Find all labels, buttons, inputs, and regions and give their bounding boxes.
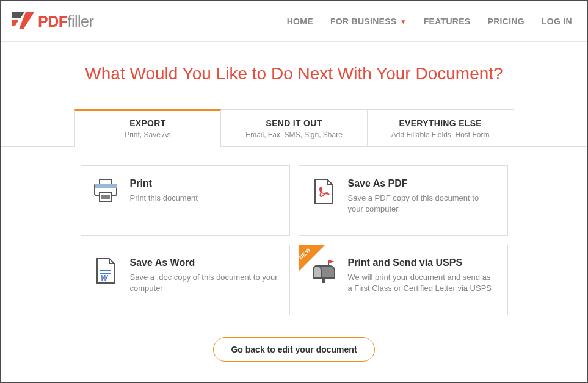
- card-title: Print and Send via USPS: [348, 257, 496, 268]
- svg-rect-5: [95, 184, 117, 188]
- svg-marker-14: [328, 260, 335, 263]
- card-title: Print: [130, 178, 278, 189]
- card-title: Save As PDF: [348, 178, 496, 189]
- nav-business[interactable]: FOR BUSINESS ▼: [330, 16, 407, 26]
- tab-everything[interactable]: EVERYTHING ELSE Add Fillable Fields, Hos…: [368, 109, 514, 147]
- back-button[interactable]: Go back to edit your document: [213, 337, 374, 362]
- svg-marker-2: [12, 20, 19, 26]
- logo-pdf: PDF: [38, 13, 68, 30]
- card-print[interactable]: Print Print this document: [81, 165, 290, 236]
- main-content: What Would You Like to Do Next With Your…: [1, 42, 587, 362]
- logo-icon: [12, 12, 34, 30]
- nav-login[interactable]: LOG IN: [542, 16, 572, 26]
- pdf-file-icon: [310, 178, 337, 223]
- header: PDFfiller HOME FOR BUSINESS ▼ FEATURES P…: [1, 1, 587, 42]
- printer-icon: [92, 178, 119, 223]
- tab-sublabel: Email, Fax, SMS, Sign, Share: [221, 131, 367, 139]
- card-desc: Save a .doc copy of this document to you…: [130, 272, 278, 294]
- cards-grid: Print Print this document Save As PDF Sa…: [81, 165, 508, 315]
- nav-business-label: FOR BUSINESS: [330, 16, 397, 26]
- nav: HOME FOR BUSINESS ▼ FEATURES PRICING LOG…: [287, 16, 572, 26]
- tab-sublabel: Print, Save As: [75, 131, 221, 139]
- card-save-pdf[interactable]: Save As PDF Save a PDF copy of this docu…: [299, 165, 508, 236]
- tabs: EXPORT Print, Save As SEND IT OUT Email,…: [74, 109, 514, 147]
- card-desc: Save a PDF copy of this document to your…: [348, 193, 496, 215]
- tab-sublabel: Add Fillable Fields, Host Form: [368, 131, 514, 139]
- svg-marker-0: [12, 12, 24, 18]
- svg-text:W: W: [101, 274, 109, 282]
- nav-pricing[interactable]: PRICING: [488, 16, 524, 26]
- svg-rect-15: [322, 278, 325, 283]
- chevron-down-icon: ▼: [401, 18, 407, 25]
- card-save-word[interactable]: W Save As Word Save a .doc copy of this …: [81, 245, 290, 315]
- nav-features[interactable]: FEATURES: [424, 16, 471, 26]
- card-desc: We will print your document and send as …: [348, 272, 496, 294]
- nav-home[interactable]: HOME: [287, 16, 313, 26]
- page-title: What Would You Like to Do Next With Your…: [1, 64, 587, 84]
- svg-rect-3: [100, 179, 112, 184]
- logo[interactable]: PDFfiller: [12, 12, 93, 30]
- card-desc: Print this document: [130, 193, 278, 204]
- word-file-icon: W: [92, 257, 119, 302]
- tab-export[interactable]: EXPORT Print, Save As: [74, 109, 222, 147]
- card-title: Save As Word: [130, 257, 278, 268]
- tab-label: EXPORT: [75, 118, 221, 128]
- card-usps[interactable]: NEW Print and Send via USPS We will prin…: [299, 245, 508, 315]
- tabs-container: EXPORT Print, Save As SEND IT OUT Email,…: [1, 109, 587, 147]
- tab-label: EVERYTHING ELSE: [368, 118, 514, 128]
- tab-send[interactable]: SEND IT OUT Email, Fax, SMS, Sign, Share: [221, 109, 368, 147]
- logo-text: PDFfiller: [38, 13, 93, 30]
- tab-label: SEND IT OUT: [221, 118, 367, 128]
- logo-filler: filler: [68, 13, 94, 30]
